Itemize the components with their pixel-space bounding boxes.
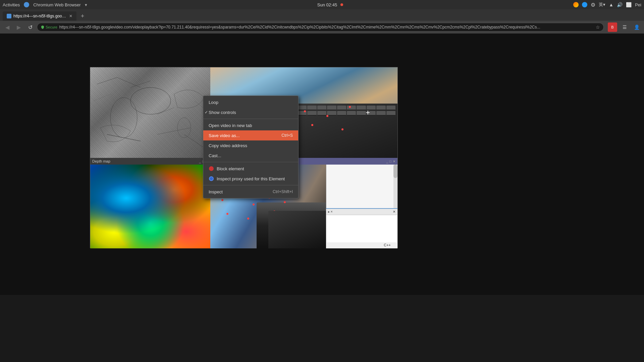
topbar-right: ⚙ 英▾ ▲ 🔊 ⬜ Pei bbox=[573, 2, 641, 8]
key bbox=[386, 111, 395, 116]
block-icon-circle bbox=[209, 166, 214, 171]
new-tab-button[interactable]: + bbox=[78, 11, 87, 21]
telegram-icon bbox=[582, 2, 587, 7]
user-label: Pei bbox=[635, 2, 641, 7]
dot bbox=[326, 115, 328, 117]
context-menu-inspect[interactable]: Inspect Ctrl+Shift+I bbox=[203, 187, 298, 197]
language-label[interactable]: 英▾ bbox=[599, 2, 605, 8]
context-menu-show-controls[interactable]: Show controls bbox=[203, 107, 298, 117]
secure-label: Secure bbox=[46, 25, 57, 29]
depth-map-titlebar: Depth map _ □ ✕ bbox=[90, 158, 210, 165]
cpp-label: C++ bbox=[384, 243, 391, 247]
chromium-icon bbox=[24, 2, 29, 7]
wifi-icon[interactable]: ▲ bbox=[609, 2, 613, 7]
address-bar[interactable]: Secure https://r4---sn-ni5f-t8gs.googlev… bbox=[37, 23, 604, 32]
svg-line-5 bbox=[107, 134, 141, 141]
svg-line-6 bbox=[94, 94, 110, 101]
browser-label: Chromium Web Browser bbox=[33, 2, 80, 7]
svg-line-10 bbox=[130, 81, 151, 87]
depth-map-title: Depth map bbox=[92, 159, 110, 163]
menu-separator-2 bbox=[203, 162, 298, 162]
context-menu-block-element[interactable]: Block element bbox=[203, 164, 298, 174]
sub-panel-title: ▸ × bbox=[328, 210, 333, 214]
current-maximize-button[interactable]: □ bbox=[389, 160, 391, 163]
topbar-left: Activities Chromium Web Browser ▾ bbox=[3, 2, 87, 7]
dot bbox=[226, 213, 228, 215]
context-menu-loop[interactable]: Loop bbox=[203, 97, 298, 107]
svg-line-7 bbox=[110, 94, 117, 104]
depth-map-canvas bbox=[90, 165, 210, 248]
context-menu-copy-address[interactable]: Copy video address bbox=[203, 140, 298, 150]
inspect-proxy-label: Inspect proxy used for this Element bbox=[217, 176, 285, 181]
dot bbox=[304, 110, 306, 112]
reload-button[interactable]: ↺ bbox=[25, 22, 35, 32]
cast-label: Cast... bbox=[209, 153, 221, 158]
extension-icon-2[interactable]: ☰ bbox=[620, 22, 629, 32]
volume-icon[interactable]: 🔊 bbox=[617, 2, 623, 7]
block-label: Block element bbox=[217, 166, 244, 171]
vlc-icon bbox=[573, 2, 579, 7]
current-frame-controls: _ □ ✕ bbox=[386, 160, 395, 163]
dot bbox=[311, 124, 313, 126]
proxy-icon bbox=[209, 176, 214, 181]
dot bbox=[221, 199, 223, 201]
tab-favicon bbox=[7, 14, 11, 18]
topbar-center: Sun 02:45 bbox=[317, 2, 343, 7]
svg-line-1 bbox=[117, 77, 141, 87]
loop-label: Loop bbox=[209, 100, 218, 105]
sketch-video-cell bbox=[90, 67, 210, 158]
tab-title: https://r4---sn-ni5f-t8gs.googl... bbox=[13, 14, 67, 18]
battery-icon[interactable]: ⬜ bbox=[626, 2, 632, 7]
dot bbox=[349, 106, 351, 108]
dropdown-arrow-icon[interactable]: ▾ bbox=[85, 2, 87, 7]
extension-icon-1[interactable]: B bbox=[608, 22, 617, 32]
sub-panel-controls: ✕ bbox=[393, 210, 395, 214]
active-tab[interactable]: https://r4---sn-ni5f-t8gs.googl... ✕ bbox=[3, 11, 76, 21]
svg-point-9 bbox=[177, 118, 191, 138]
sub-panel-content bbox=[327, 216, 397, 242]
sketch-canvas bbox=[90, 67, 210, 158]
sketch-svg bbox=[90, 67, 210, 158]
context-menu-open-video[interactable]: Open video in new tab bbox=[203, 120, 298, 130]
svg-line-8 bbox=[184, 134, 204, 148]
dot bbox=[341, 128, 343, 130]
sub-close-btn[interactable]: ✕ bbox=[393, 210, 395, 214]
show-controls-label: Show controls bbox=[209, 110, 236, 115]
system-topbar: Activities Chromium Web Browser ▾ Sun 02… bbox=[0, 0, 644, 9]
block-icon bbox=[209, 166, 214, 171]
clock-label: Sun 02:45 bbox=[317, 2, 337, 7]
content-area: + Depth map _ □ ✕ Current_frame _ □ bbox=[0, 34, 644, 295]
settings-icon[interactable]: ⚙ bbox=[591, 2, 595, 8]
svg-line-4 bbox=[157, 128, 191, 134]
frame-keyboard bbox=[268, 211, 326, 249]
context-menu-save-video[interactable]: Save video as... Ctrl+S bbox=[203, 130, 298, 140]
back-button[interactable]: ◀ bbox=[3, 22, 12, 32]
scrollbar-handle[interactable] bbox=[393, 165, 397, 178]
current-close-button[interactable]: ✕ bbox=[393, 160, 395, 163]
tab-close-button[interactable]: ✕ bbox=[69, 14, 72, 18]
dot bbox=[253, 203, 255, 205]
bookmark-icon[interactable]: ☆ bbox=[596, 24, 600, 30]
inspect-shortcut: Ctrl+Shift+I bbox=[273, 189, 293, 194]
depth-minimize-button[interactable]: _ bbox=[199, 160, 201, 163]
user-icon[interactable]: 👤 bbox=[632, 22, 641, 32]
context-menu-inspect-proxy[interactable]: Inspect proxy used for this Element bbox=[203, 174, 298, 184]
recording-dot bbox=[340, 3, 343, 6]
url-text: https://r4---sn-ni5f-t8gs.googlevideo.co… bbox=[59, 25, 594, 29]
save-video-shortcut: Ctrl+S bbox=[281, 133, 293, 138]
side-sub-panel: ▸ × ✕ C++ bbox=[326, 208, 397, 248]
forward-button[interactable]: ▶ bbox=[14, 22, 23, 32]
current-minimize-button[interactable]: _ bbox=[386, 160, 388, 163]
sub-panel-header: ▸ × ✕ bbox=[326, 209, 397, 215]
save-video-label: Save video as... bbox=[209, 133, 240, 138]
inspect-label: Inspect bbox=[209, 189, 223, 194]
svg-line-11 bbox=[157, 108, 174, 114]
menu-separator-1 bbox=[203, 119, 298, 119]
activities-button[interactable]: Activities bbox=[3, 2, 20, 7]
depth-map-cell: Depth map _ □ ✕ bbox=[90, 158, 210, 248]
browser-navbar: ◀ ▶ ↺ Secure https://r4---sn-ni5f-t8gs.g… bbox=[0, 21, 644, 34]
context-menu-cast[interactable]: Cast... bbox=[203, 150, 298, 161]
dot bbox=[247, 218, 249, 220]
svg-point-2 bbox=[130, 87, 171, 114]
scrollbar-track bbox=[393, 165, 397, 208]
